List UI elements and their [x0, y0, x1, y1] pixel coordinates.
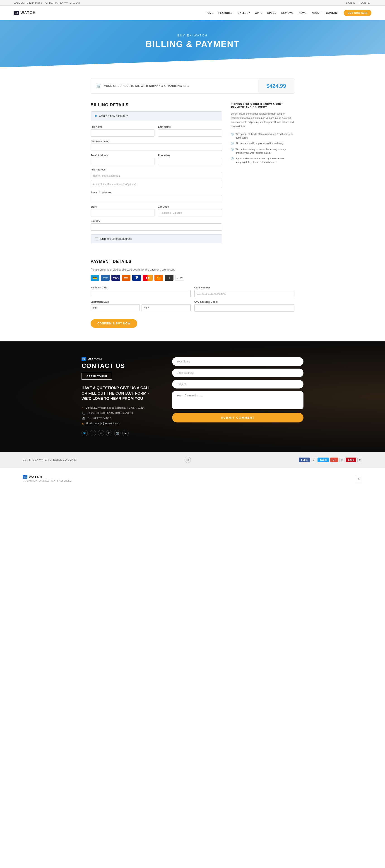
share-googleplus-button[interactable]: G+: [330, 458, 338, 462]
contact-name-input[interactable]: [172, 357, 303, 366]
order-amount: $424.99: [258, 79, 294, 93]
contact-phone: 📞 Phone: +0 1234 56789 / +0 9876 543210: [82, 411, 154, 415]
address-input-1[interactable]: [91, 172, 222, 179]
submit-comment-button[interactable]: SUBMIT COMMENT: [172, 413, 303, 423]
nav-contact[interactable]: CONTACT: [326, 11, 338, 14]
footer-logo-box: EX: [23, 475, 27, 478]
card-number-input[interactable]: [194, 290, 294, 297]
contact-fax: 📠 Fax: +0 9876 543210: [82, 417, 154, 420]
share-twitter-button[interactable]: Tweet: [318, 458, 329, 462]
payment-icons: 💳 AMEX VISA DISC 𝐏 ●● 🍊  G Pay: [91, 275, 294, 281]
nav-home[interactable]: HOME: [205, 11, 213, 14]
contact-message-textarea[interactable]: [172, 391, 303, 409]
billing-form-section: BILLING DETAILS Create a new account ? F…: [91, 100, 222, 243]
main-nav: HOME FEATURES GALLERY APPS SPECS REVIEWS…: [205, 10, 372, 16]
buy-now-button[interactable]: BUY NOW $319: [344, 10, 372, 16]
address-input-2[interactable]: [91, 181, 222, 188]
contact-left: EX WATCH CONTACT US GET IN TOUCH HAVE A …: [82, 357, 154, 436]
share-gp-count: 0: [339, 458, 345, 462]
country-row: Country: [91, 220, 222, 231]
scroll-top-button[interactable]: ▲: [355, 475, 362, 482]
pay-icon-paypal: 𝐏: [132, 275, 141, 281]
hero-sub-title: BUY EX-WATCH: [0, 34, 385, 37]
social-icons: 🐦 f in P 📷 ▶: [82, 430, 154, 436]
state-label: State: [91, 205, 154, 208]
last-name-input[interactable]: [158, 129, 222, 136]
nav-apps[interactable]: APPS: [255, 11, 262, 14]
pay-icon-stripe: 🍊: [154, 275, 163, 281]
card-name-input[interactable]: [91, 290, 191, 297]
main-content: BILLING DETAILS Create a new account ? F…: [91, 100, 294, 257]
share-fb-count: 2: [311, 458, 316, 462]
facebook-icon[interactable]: f: [90, 430, 96, 436]
share-gp-label: G+: [332, 459, 336, 461]
zip-group: Zip Code: [158, 205, 222, 216]
ship-different-bar[interactable]: Ship to a different address: [91, 234, 222, 243]
nav-features[interactable]: FEATURES: [218, 11, 232, 14]
contact-section: EX WATCH CONTACT US GET IN TOUCH HAVE A …: [0, 341, 385, 452]
top-bar: CALL US: +0 1234 56789 ORDER [AT] EX-WAT…: [0, 0, 385, 6]
sidebar-item-2: All payments will be processed immediate…: [231, 142, 294, 146]
contact-info-list: ⌂ Office: 222 William Street, California…: [82, 406, 154, 425]
cvv-input[interactable]: [194, 304, 294, 312]
share-facebook-button[interactable]: f Like: [299, 458, 310, 462]
nav-specs[interactable]: SPECS: [267, 11, 276, 14]
contact-form: SUBMIT COMMENT: [172, 357, 303, 436]
share-fb-label: f Like: [301, 459, 308, 461]
email-input[interactable]: [91, 158, 154, 165]
create-account-bar[interactable]: Create a new account ?: [91, 112, 222, 120]
company-label: Company name: [91, 140, 222, 143]
instagram-icon[interactable]: 📷: [114, 430, 120, 436]
share-pinterest-button[interactable]: Save: [346, 458, 356, 462]
exp-year-select[interactable]: YYY 202420252026 20272028: [142, 304, 191, 311]
sidebar-item-3: We deliver during business hours so you …: [231, 147, 294, 155]
contact-logo: EX WATCH: [82, 357, 154, 361]
exp-cvv-row: Expiration Date mm 010203 040506 070809 …: [91, 301, 294, 312]
social-share: f Like 2 Tweet G+ 0 Save 0: [299, 458, 362, 462]
pay-icon-discover: DISC: [122, 275, 130, 281]
card-name-group: Name on Card: [91, 286, 191, 297]
twitter-icon[interactable]: 🐦: [82, 430, 88, 436]
sidebar-title: THINGS YOU SHOULD KNOW ABOUT PAYMENT AND…: [231, 100, 294, 109]
linkedin-icon[interactable]: in: [98, 430, 104, 436]
nav-news[interactable]: NEWS: [298, 11, 306, 14]
zip-input[interactable]: [158, 209, 222, 216]
confirm-buy-button[interactable]: CONFIRM & BUY NOW: [91, 319, 137, 328]
exp-month-select[interactable]: mm 010203 040506 070809 101112: [91, 304, 140, 311]
cvv-label: CVV Security Code:: [194, 301, 294, 303]
phone-icon: 📞: [82, 411, 85, 415]
payment-section: PAYMENT DETAILS Please enter your credit…: [91, 257, 294, 328]
pinterest-icon[interactable]: P: [106, 430, 112, 436]
nav-reviews[interactable]: REVIEWS: [281, 11, 294, 14]
youtube-icon[interactable]: ▶: [122, 430, 129, 436]
state-input[interactable]: [91, 209, 154, 216]
city-input[interactable]: [91, 195, 222, 202]
billing-title: BILLING DETAILS: [91, 100, 222, 107]
contact-inner: EX WATCH CONTACT US GET IN TOUCH HAVE A …: [68, 357, 317, 436]
register-link[interactable]: REGISTER: [359, 1, 372, 4]
card-number-label: Card Number: [194, 286, 294, 289]
newsletter-mail-icon[interactable]: ✉: [184, 457, 191, 463]
contact-email-input[interactable]: [172, 369, 303, 377]
fax-text: Fax: +0 9876 543210: [87, 417, 111, 420]
exp-group: Expiration Date mm 010203 040506 070809 …: [91, 301, 191, 312]
nav-about[interactable]: ABOUT: [312, 11, 321, 14]
contact-logo-box: EX: [82, 357, 86, 361]
contact-office: ⌂ Office: 222 William Street, California…: [82, 406, 154, 410]
payment-desc: Please enter your credit/debit card deta…: [91, 268, 294, 271]
expiry-row: mm 010203 040506 070809 101112 YYY 20242…: [91, 304, 191, 311]
get-in-touch-button[interactable]: GET IN TOUCH: [82, 373, 112, 380]
newsletter-bar: GET THE EX WATCH UPDATES VIA EMAIL: ✉ f …: [0, 452, 385, 467]
nav-gallery[interactable]: GALLERY: [238, 11, 250, 14]
ship-checkbox[interactable]: [95, 237, 98, 241]
top-bar-right: SIGN IN REGISTER: [346, 1, 372, 4]
company-input[interactable]: [91, 144, 222, 151]
full-name-input[interactable]: [91, 129, 154, 136]
office-icon: ⌂: [82, 406, 83, 410]
country-input[interactable]: [91, 223, 222, 231]
contact-subject-input[interactable]: [172, 380, 303, 389]
phone-input[interactable]: [158, 158, 222, 165]
signin-link[interactable]: SIGN IN: [346, 1, 355, 4]
full-name-label: Full Name: [91, 125, 154, 128]
country-label: Country: [91, 220, 222, 222]
